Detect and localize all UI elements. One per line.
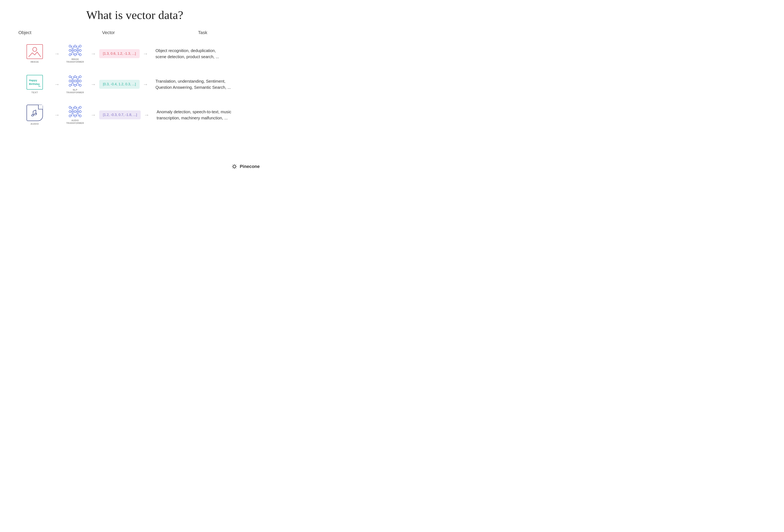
task-cell-text: Translation, understanding, Sentiment, Q… bbox=[151, 78, 257, 90]
transformer-cell-audio: AUDIO TRANSFORMER bbox=[63, 105, 87, 124]
arrow-2b: → bbox=[91, 81, 96, 88]
svg-point-65 bbox=[79, 106, 81, 108]
svg-point-1 bbox=[69, 49, 71, 52]
svg-point-31 bbox=[74, 80, 76, 82]
svg-point-30 bbox=[74, 76, 76, 78]
transformer-label-audio: AUDIO TRANSFORMER bbox=[66, 119, 84, 124]
column-headers: Object Vector Task bbox=[12, 30, 257, 35]
transformer-cell-nlp: NLP TRANSFORMER bbox=[63, 75, 87, 94]
page-title: What is vector data? bbox=[12, 8, 257, 22]
svg-point-61 bbox=[69, 115, 71, 117]
table-row: AUDIO → bbox=[18, 100, 257, 129]
object-cell-text: Happy Birthday ✏ TEXT bbox=[18, 75, 51, 94]
object-cell-image: IMAGE bbox=[18, 44, 51, 63]
svg-point-27 bbox=[69, 76, 71, 78]
svg-point-63 bbox=[74, 111, 76, 113]
svg-point-4 bbox=[74, 49, 76, 52]
svg-line-56 bbox=[33, 110, 36, 111]
svg-point-60 bbox=[69, 111, 71, 113]
svg-point-0 bbox=[69, 45, 71, 47]
text-icon: Happy Birthday ✏ bbox=[27, 75, 43, 90]
arrow-1b: → bbox=[91, 51, 96, 57]
image-mountains-svg bbox=[29, 51, 41, 57]
arrow-3b: → bbox=[91, 112, 96, 118]
svg-point-3 bbox=[74, 45, 76, 47]
slide: What is vector data? Object Vector Task … bbox=[0, 0, 270, 176]
audio-icon bbox=[27, 105, 43, 121]
text-label: TEXT bbox=[31, 91, 38, 94]
svg-point-8 bbox=[79, 54, 81, 56]
svg-point-64 bbox=[74, 115, 76, 117]
vector-badge-text: [0.3, -0.4, 1.2, 0.3, ...] bbox=[99, 80, 140, 89]
svg-line-94 bbox=[233, 167, 233, 168]
svg-point-29 bbox=[69, 84, 71, 86]
audio-label: AUDIO bbox=[31, 123, 39, 125]
svg-point-57 bbox=[31, 114, 34, 117]
transformer-label-nlp: NLP TRANSFORMER bbox=[66, 89, 84, 94]
svg-point-35 bbox=[79, 84, 81, 86]
audio-transformer-icon bbox=[68, 105, 82, 118]
arrow-1a: → bbox=[54, 51, 60, 57]
audio-svg bbox=[30, 108, 39, 117]
svg-line-92 bbox=[235, 167, 236, 168]
svg-point-6 bbox=[79, 45, 81, 47]
task-text-text: Translation, understanding, Sentiment, Q… bbox=[156, 79, 231, 90]
svg-point-5 bbox=[74, 54, 76, 56]
col-header-task: Task bbox=[198, 30, 207, 35]
svg-point-66 bbox=[79, 111, 81, 113]
svg-point-7 bbox=[79, 49, 81, 52]
vector-badge-image: [1.3, 0.6, 1.2, -1.3, ...] bbox=[99, 49, 140, 58]
pinecone-brand-name: Pinecone bbox=[240, 164, 260, 169]
task-cell-audio: Anomaly detection, speech-to-text, music… bbox=[152, 109, 257, 121]
task-cell-image: Object recognition, deduplication, scene… bbox=[151, 48, 257, 60]
svg-point-34 bbox=[79, 80, 81, 82]
arrow-2a: → bbox=[54, 81, 60, 88]
pinecone-brand-icon bbox=[231, 163, 237, 170]
image-label: IMAGE bbox=[30, 61, 39, 63]
svg-point-32 bbox=[74, 84, 76, 86]
table-row: Happy Birthday ✏ TEXT → bbox=[18, 70, 257, 98]
svg-point-58 bbox=[34, 113, 37, 115]
transformer-cell-image: IMAGE TRANSFORMER bbox=[63, 44, 87, 63]
svg-point-28 bbox=[69, 80, 71, 82]
image-icon bbox=[27, 44, 43, 59]
rows-container: IMAGE → bbox=[12, 39, 257, 129]
pinecone-logo: Pinecone bbox=[231, 163, 260, 170]
col-header-vector: Vector bbox=[102, 30, 143, 35]
svg-point-2 bbox=[69, 54, 71, 56]
nlp-transformer-icon bbox=[68, 75, 82, 87]
arrow-2c: → bbox=[143, 81, 148, 88]
svg-point-62 bbox=[74, 106, 76, 108]
vector-badge-audio: [1.2, -0.3, 0.7, -1.8, ...] bbox=[99, 110, 141, 119]
svg-line-91 bbox=[233, 165, 233, 166]
arrow-1c: → bbox=[143, 51, 148, 57]
arrow-3a: → bbox=[54, 112, 60, 118]
svg-point-67 bbox=[79, 115, 81, 117]
svg-line-93 bbox=[235, 165, 236, 166]
image-transformer-icon bbox=[68, 44, 82, 57]
svg-point-33 bbox=[79, 76, 81, 78]
table-row: IMAGE → bbox=[18, 39, 257, 68]
task-text-image: Object recognition, deduplication, scene… bbox=[156, 48, 219, 59]
arrow-3c: → bbox=[144, 112, 149, 118]
svg-point-59 bbox=[69, 106, 71, 108]
col-header-object: Object bbox=[18, 30, 51, 35]
task-text-audio: Anomaly detection, speech-to-text, music… bbox=[157, 110, 231, 120]
transformer-label-image: IMAGE TRANSFORMER bbox=[66, 58, 84, 63]
object-cell-audio: AUDIO bbox=[18, 105, 51, 125]
